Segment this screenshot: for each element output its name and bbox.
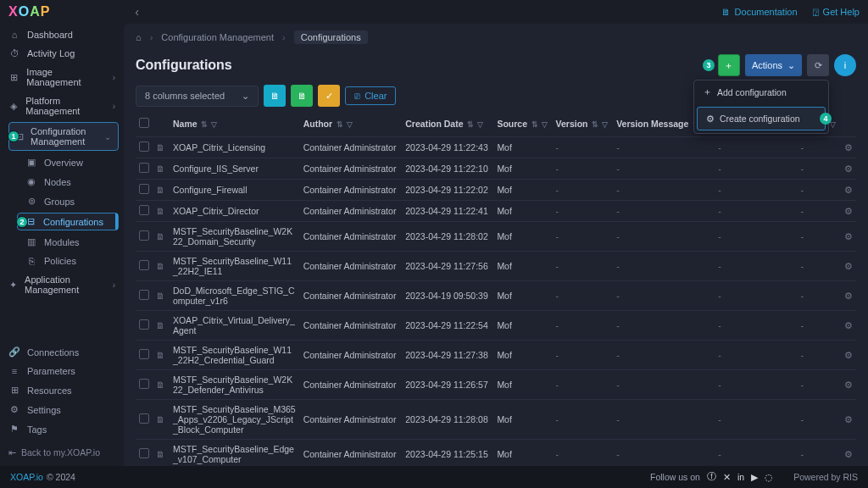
clear-filters-button[interactable]: ⎚Clear bbox=[345, 86, 396, 105]
home-icon[interactable]: ⌂ bbox=[136, 32, 142, 42]
file-icon: 🗎 bbox=[156, 206, 165, 216]
sidebar-item-groups[interactable]: ⊚Groups bbox=[0, 191, 124, 211]
cell-name: MSTF_SecurityBaseline_W11_22H2_Credentia… bbox=[170, 341, 300, 370]
table-row[interactable]: 🗎MSTF_SecurityBaseline_Edge_v107_Compute… bbox=[136, 440, 856, 467]
sidebar-item-settings[interactable]: ⚙Settings bbox=[0, 400, 124, 419]
column-header[interactable]: Author ⇅▽ bbox=[300, 114, 403, 137]
file-icon: 🗎 bbox=[270, 91, 280, 101]
row-settings-icon[interactable]: ⚙ bbox=[844, 164, 853, 174]
info-button[interactable]: i bbox=[834, 54, 856, 76]
dropdown-item-create-configuration[interactable]: ⚙Create configuration 4 bbox=[697, 107, 826, 130]
youtube-icon[interactable]: ▶ bbox=[751, 472, 758, 482]
export-button-3[interactable]: ✓ bbox=[318, 85, 340, 107]
sidebar-item-parameters[interactable]: ≡Parameters bbox=[0, 362, 124, 380]
table-row[interactable]: 🗎Configure_FirewallContainer Administrat… bbox=[136, 180, 856, 201]
row-settings-icon[interactable]: ⚙ bbox=[844, 185, 853, 195]
sidebar-item-platform-management[interactable]: ◈Platform Management› bbox=[0, 92, 124, 120]
row-checkbox[interactable] bbox=[139, 413, 149, 424]
table-row[interactable]: 🗎XOAP_Citrix_Virtual_Delivery_AgentConta… bbox=[136, 311, 856, 341]
sidebar-item-application-management[interactable]: ✦Application Management› bbox=[0, 270, 124, 299]
row-settings-icon[interactable]: ⚙ bbox=[844, 142, 853, 152]
sidebar-item-tags[interactable]: ⚑Tags bbox=[0, 419, 124, 439]
column-header[interactable]: Version ⇅▽ bbox=[553, 114, 614, 137]
sidebar-item-configuration-management[interactable]: 1 ⊡ Configuration Management ⌄ bbox=[8, 122, 119, 151]
sidebar-item-resources[interactable]: ⊞Resources bbox=[0, 380, 124, 400]
sort-icon[interactable]: ⇅ bbox=[201, 120, 208, 129]
sidebar-item-dashboard[interactable]: ⌂Dashboard bbox=[0, 25, 124, 44]
table-row[interactable]: 🗎XOAP_Citrix_LicensingContainer Administ… bbox=[136, 137, 856, 158]
table-row[interactable]: 🗎MSTF_SecurityBaseline_M365_Apps_v2206_L… bbox=[136, 400, 856, 440]
row-checkbox[interactable] bbox=[139, 163, 149, 173]
row-settings-icon[interactable]: ⚙ bbox=[844, 320, 853, 330]
sidebar-item-label: Resources bbox=[27, 385, 72, 396]
row-checkbox[interactable] bbox=[139, 184, 149, 194]
filter-icon[interactable]: ▽ bbox=[830, 120, 836, 129]
linkedin-icon[interactable]: in bbox=[737, 472, 744, 482]
breadcrumb-item[interactable]: Configuration Management bbox=[161, 32, 274, 42]
table-row[interactable]: 🗎MSTF_SecurityBaseline_W11_22H2_Credenti… bbox=[136, 341, 856, 370]
row-checkbox[interactable] bbox=[139, 260, 149, 270]
step-marker-1: 1 bbox=[8, 130, 19, 142]
row-checkbox[interactable] bbox=[139, 379, 149, 389]
sidebar-item-overview[interactable]: ▣Overview bbox=[0, 152, 124, 172]
row-checkbox[interactable] bbox=[139, 230, 149, 241]
row-checkbox[interactable] bbox=[139, 319, 149, 330]
table-row[interactable]: 🗎DoD_Microsoft_Edge_STIG_Computer_v1r6Co… bbox=[136, 281, 856, 311]
sort-icon[interactable]: ⇅ bbox=[592, 120, 598, 129]
sidebar-item-modules[interactable]: ▥Modules bbox=[0, 232, 124, 252]
table-row[interactable]: 🗎MSTF_SecurityBaseline_W2K22_Domain_Secu… bbox=[136, 222, 856, 252]
sidebar-collapse-icon[interactable]: ‹ bbox=[135, 5, 139, 19]
github-icon[interactable]: ◌ bbox=[765, 472, 773, 482]
sidebar-item-activity-log[interactable]: ⏱Activity Log bbox=[0, 44, 124, 63]
sidebar-item-connections[interactable]: 🔗Connections bbox=[0, 342, 124, 362]
export-button-2[interactable]: 🗎 bbox=[291, 85, 313, 107]
row-settings-icon[interactable]: ⚙ bbox=[844, 414, 853, 424]
columns-selector[interactable]: 8 columns selected⌄ bbox=[136, 86, 259, 107]
row-checkbox[interactable] bbox=[139, 205, 149, 215]
column-header[interactable]: Source ⇅▽ bbox=[493, 114, 552, 137]
row-settings-icon[interactable]: ⚙ bbox=[844, 206, 853, 216]
filter-icon[interactable]: ▽ bbox=[347, 120, 353, 129]
row-settings-icon[interactable]: ⚙ bbox=[844, 261, 853, 271]
column-header[interactable]: Name ⇅▽ bbox=[170, 114, 300, 137]
sidebar-item-nodes[interactable]: ◉Nodes bbox=[0, 172, 124, 191]
footer-brand[interactable]: XOAP.io bbox=[10, 472, 43, 482]
sort-icon[interactable]: ⇅ bbox=[531, 120, 538, 129]
row-settings-icon[interactable]: ⚙ bbox=[844, 231, 853, 241]
sidebar-item-configurations[interactable]: 2 ⊟ Configurations bbox=[17, 213, 119, 230]
table-row[interactable]: 🗎Configure_IIS_ServerContainer Administr… bbox=[136, 158, 856, 180]
row-checkbox[interactable] bbox=[139, 290, 149, 300]
sidebar-item-image-management[interactable]: ⊞Image Management› bbox=[0, 63, 124, 92]
sort-icon[interactable]: ⇅ bbox=[337, 120, 343, 129]
back-link[interactable]: ⇤Back to my.XOAP.io bbox=[0, 439, 124, 463]
twitter-icon[interactable]: ✕ bbox=[723, 472, 731, 482]
facebook-icon[interactable]: ⓕ bbox=[707, 471, 716, 483]
column-header[interactable]: Creation Date ⇅▽ bbox=[402, 114, 493, 137]
table-row[interactable]: 🗎MSTF_SecurityBaseline_W11_22H2_IE11Cont… bbox=[136, 252, 856, 281]
row-checkbox[interactable] bbox=[139, 448, 149, 458]
actions-dropdown-button[interactable]: Actions⌄ bbox=[745, 54, 802, 76]
row-settings-icon[interactable]: ⚙ bbox=[844, 291, 853, 301]
table-row[interactable]: 🗎XOAP_Citrix_DirectorContainer Administr… bbox=[136, 201, 856, 222]
sidebar-item-policies[interactable]: ⎘Policies bbox=[0, 252, 124, 270]
export-button-1[interactable]: 🗎 bbox=[264, 85, 286, 107]
sort-icon[interactable]: ⇅ bbox=[467, 120, 474, 129]
row-settings-icon[interactable]: ⚙ bbox=[844, 449, 853, 459]
row-checkbox[interactable] bbox=[139, 349, 149, 359]
dropdown-item-add-configuration[interactable]: ＋Add configuration bbox=[694, 80, 828, 104]
refresh-button[interactable]: ⟳ bbox=[807, 54, 829, 76]
get-help-link[interactable]: ⍰Get Help bbox=[813, 7, 860, 17]
table-row[interactable]: 🗎MSTF_SecurityBaseline_W2K22_Defender_An… bbox=[136, 370, 856, 400]
select-all-checkbox[interactable] bbox=[139, 118, 149, 128]
row-checkbox[interactable] bbox=[139, 141, 149, 152]
add-button[interactable]: ＋ bbox=[718, 54, 740, 76]
row-settings-icon[interactable]: ⚙ bbox=[844, 380, 853, 390]
filter-icon[interactable]: ▽ bbox=[602, 120, 608, 129]
documentation-link[interactable]: 🗎Documentation bbox=[721, 7, 798, 17]
cell-version-message: - bbox=[613, 201, 715, 222]
filter-icon[interactable]: ▽ bbox=[211, 120, 217, 129]
filter-icon[interactable]: ▽ bbox=[477, 120, 483, 129]
row-settings-icon[interactable]: ⚙ bbox=[844, 350, 853, 360]
filter-icon[interactable]: ▽ bbox=[542, 120, 548, 129]
cell-date: 2023-04-29 11:25:15 bbox=[402, 440, 493, 467]
